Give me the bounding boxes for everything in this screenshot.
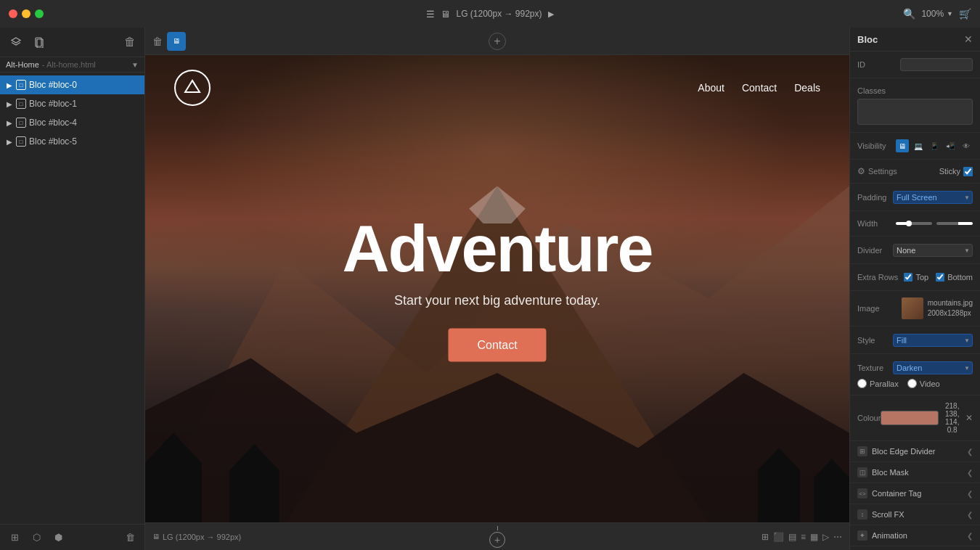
- tree-items: ▶ □ Bloc #bloc-0 ▶ □ Bloc #bloc-1 ▶ □ Bl…: [0, 73, 144, 524]
- hero-content: Adventure Start your next big adventure …: [342, 216, 652, 362]
- id-row: ID: [857, 56, 973, 73]
- bloc-edge-divider-arrow-icon: ❮: [967, 448, 973, 456]
- delete-button[interactable]: 🗑: [121, 33, 139, 51]
- media-icon[interactable]: ▦: [810, 532, 818, 542]
- pages-button[interactable]: [29, 32, 49, 52]
- visibility-icons: 🖥 💻 📱 📲 👁: [896, 139, 973, 152]
- settings-left: ⚙ Settings: [857, 166, 897, 176]
- bloc-mask-section: ◫ Bloc Mask ❮: [850, 462, 980, 483]
- bloc-mask-header[interactable]: ◫ Bloc Mask ❮: [850, 462, 980, 483]
- column-icon[interactable]: ⬛: [773, 532, 784, 542]
- bloc-mask-icon: ◫: [857, 467, 867, 477]
- tree-item-bloc-4[interactable]: ▶ □ Bloc #bloc-4: [0, 113, 144, 132]
- layers-button[interactable]: [6, 32, 26, 52]
- settings-label: Settings: [868, 167, 897, 176]
- tree-item-bloc-5[interactable]: ▶ □ Bloc #bloc-5: [0, 132, 144, 151]
- hero-nav-links: About Contact Deals: [698, 82, 820, 94]
- add-bloc-button[interactable]: ⊞: [6, 529, 23, 546]
- nav-contact[interactable]: Contact: [742, 82, 777, 94]
- minimize-button[interactable]: [22, 9, 30, 18]
- padding-row: Padding Full Screen: [857, 188, 973, 206]
- container-tag-section: <> Container Tag ❮: [850, 483, 980, 504]
- image-row: Image mountains.jpg 2008x1288px: [857, 295, 973, 321]
- delete-canvas-bloc-icon[interactable]: 🗑: [152, 36, 163, 47]
- hero-contact-button[interactable]: Contact: [448, 329, 546, 362]
- scroll-fx-header[interactable]: ↕ Scroll FX ❮: [850, 504, 980, 525]
- add-block-bottom-button[interactable]: +: [489, 526, 505, 548]
- tree-item-icon: □: [16, 136, 26, 147]
- add-block-top-button[interactable]: +: [489, 33, 506, 50]
- divider-select[interactable]: None: [893, 244, 973, 257]
- search-icon[interactable]: 🔍: [903, 8, 915, 20]
- grid-icon[interactable]: ⊞: [761, 532, 769, 542]
- image-preview[interactable]: mountains.jpg 2008x1288px: [902, 297, 973, 319]
- close-button[interactable]: [9, 9, 17, 18]
- title-bar-center: ☰ 🖥 LG (1200px → 992px) ▶: [426, 9, 553, 20]
- cart-icon[interactable]: 🛒: [959, 8, 971, 20]
- texture-select-wrapper: Darken: [893, 361, 973, 374]
- panel-extra-rows-section: Extra Rows Top Bottom: [850, 264, 980, 291]
- width-slider-left[interactable]: [896, 222, 932, 225]
- file-chevron-icon[interactable]: ▼: [131, 61, 139, 69]
- panel-colour-section: Colour 218, 138, 114, 0.8 ✕: [850, 395, 980, 441]
- hamburger-icon[interactable]: ☰: [426, 9, 435, 20]
- list-icon[interactable]: ≡: [801, 532, 806, 542]
- viewport-indicator-button[interactable]: 🖥: [167, 32, 186, 51]
- extra-rows-top-checkbox[interactable]: [904, 273, 912, 282]
- maximize-button[interactable]: [35, 9, 44, 18]
- tree-item-icon: □: [16, 80, 26, 90]
- visibility-laptop-icon[interactable]: 💻: [912, 139, 925, 152]
- scroll-fx-arrow-icon: ❮: [967, 511, 973, 519]
- image-info: mountains.jpg 2008x1288px: [928, 298, 973, 319]
- width-slider-right[interactable]: [936, 222, 973, 225]
- visibility-eye-icon[interactable]: 👁: [960, 139, 973, 152]
- id-input[interactable]: [900, 58, 973, 71]
- visibility-desktop-icon[interactable]: 🖥: [896, 139, 909, 152]
- divider-row: Divider None: [857, 241, 973, 259]
- style-select[interactable]: Fill: [893, 334, 973, 347]
- classes-input[interactable]: [857, 99, 973, 125]
- container-tag-header[interactable]: <> Container Tag ❮: [850, 483, 980, 504]
- sticky-input[interactable]: [963, 167, 973, 176]
- nav-deals[interactable]: Deals: [794, 82, 820, 94]
- panel-close-button[interactable]: ✕: [964, 33, 973, 45]
- delete-bloc-button[interactable]: 🗑: [121, 529, 139, 546]
- container-tag-label: Container Tag: [872, 489, 963, 498]
- colour-swatch[interactable]: [881, 411, 939, 425]
- layout-icon[interactable]: ▤: [788, 532, 796, 542]
- custom-attributes-header[interactable]: ≡ Custom Attributes ❮: [850, 546, 980, 550]
- more-icon[interactable]: ⋯: [833, 532, 842, 542]
- animation-icon: ✦: [857, 530, 867, 541]
- visibility-mobile-icon[interactable]: 📲: [944, 139, 957, 152]
- extra-rows-bottom-checkbox[interactable]: [936, 273, 944, 282]
- main-layout: 🗑 Alt-Home - Alt-home.html ▼ ▶ □ Bloc #b…: [0, 28, 980, 550]
- sidebar-toolbar: 🗑: [0, 28, 144, 57]
- panel-id-section: ID: [850, 52, 980, 78]
- padding-select[interactable]: Full Screen: [893, 191, 973, 204]
- video-label: Video: [920, 379, 940, 388]
- parallax-radio[interactable]: [857, 379, 867, 388]
- tree-item-bloc-0[interactable]: ▶ □ Bloc #bloc-0: [0, 75, 144, 94]
- tree-item-label: Bloc #bloc-5: [29, 136, 139, 147]
- panel-classes-section: Classes: [850, 78, 980, 133]
- video-icon[interactable]: ▷: [822, 532, 829, 542]
- bloc-edge-divider-header[interactable]: ⊞ Bloc Edge Divider ❮: [850, 441, 980, 461]
- nav-about[interactable]: About: [698, 82, 724, 94]
- video-option: Video: [907, 379, 940, 388]
- play-icon[interactable]: ▶: [548, 9, 554, 19]
- bloc-edge-divider-label: Bloc Edge Divider: [872, 447, 963, 456]
- panel-settings-section: ⚙ Settings Sticky: [850, 160, 980, 184]
- tree-arrow-icon: ▶: [6, 138, 13, 145]
- panel-texture-section: Texture Darken Parallax Video: [850, 354, 980, 395]
- split-left-button[interactable]: ⬡: [28, 529, 45, 546]
- zoom-control[interactable]: 100% ▼: [921, 9, 953, 19]
- texture-select[interactable]: Darken: [893, 361, 973, 374]
- image-thumbnail: [902, 297, 923, 319]
- tree-item-bloc-1[interactable]: ▶ □ Bloc #bloc-1: [0, 94, 144, 113]
- video-radio[interactable]: [907, 379, 917, 388]
- split-right-button[interactable]: ⬢: [49, 529, 67, 546]
- visibility-tablet-icon[interactable]: 📱: [928, 139, 941, 152]
- colour-clear-button[interactable]: ✕: [965, 413, 973, 423]
- classes-row: Classes: [857, 83, 973, 99]
- animation-header[interactable]: ✦ Animation ❮: [850, 525, 980, 546]
